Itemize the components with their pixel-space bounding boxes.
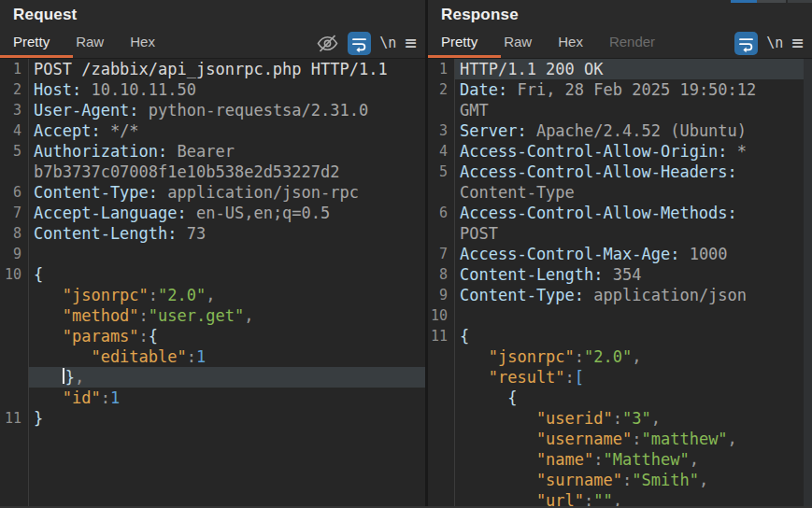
newline-icon[interactable]: \n	[379, 35, 396, 51]
tab-hex[interactable]: Hex	[117, 28, 168, 58]
code-line[interactable]	[28, 244, 425, 264]
line-number: 4	[0, 120, 28, 141]
line-number	[0, 326, 28, 346]
code-line[interactable]: Content-Type: application/json-rpc	[28, 182, 425, 203]
code-line[interactable]: HTTP/1.1 200 OK	[454, 59, 812, 79]
code-line[interactable]: "surname":"Smith",	[454, 470, 812, 490]
code-line[interactable]: Content-Type: application/json	[454, 285, 812, 305]
menu-icon[interactable]: ≡	[405, 34, 417, 52]
line-number: 10	[0, 264, 28, 285]
code-line[interactable]: Server: Apache/2.4.52 (Ubuntu)	[454, 120, 812, 141]
code-row: 1HTTP/1.1 200 OK	[428, 59, 812, 79]
code-row: 10	[428, 305, 812, 326]
code-row: 8Content-Length: 73	[0, 223, 425, 244]
code-row: 2Date: Fri, 28 Feb 2025 19:50:12	[428, 79, 812, 100]
line-number	[428, 223, 454, 244]
code-row: },	[0, 367, 425, 388]
code-line[interactable]: "username":"matthew",	[454, 429, 812, 449]
code-line[interactable]: "jsonrpc":"2.0",	[454, 346, 812, 367]
code-line[interactable]: "editable":1	[28, 346, 425, 367]
tab-pretty[interactable]: Pretty	[428, 28, 491, 58]
code-row: {	[428, 388, 812, 408]
line-number	[0, 388, 28, 408]
code-row: 7Access-Control-Max-Age: 1000	[428, 244, 812, 264]
code-line[interactable]: {	[454, 326, 812, 346]
code-line[interactable]: "method":"user.get",	[28, 305, 425, 326]
response-toolbar: \n≡	[734, 32, 812, 55]
code-row: Content-Type	[428, 182, 812, 203]
code-line[interactable]: Accept: */*	[28, 120, 425, 141]
code-line[interactable]: "name":"Matthew",	[454, 449, 812, 470]
newline-icon[interactable]: \n	[766, 35, 783, 51]
tab-raw[interactable]: Raw	[491, 28, 545, 58]
code-line[interactable]: POST	[454, 223, 812, 244]
response-vertical-scrollbar[interactable]	[804, 59, 812, 508]
tab-render: Render	[596, 28, 668, 58]
menu-icon[interactable]: ≡	[791, 34, 804, 52]
tab-raw[interactable]: Raw	[63, 28, 117, 58]
code-row: 6Access-Control-Allow-Methods:	[428, 203, 812, 223]
code-line[interactable]: Access-Control-Max-Age: 1000	[454, 244, 812, 264]
code-line[interactable]: },	[28, 367, 425, 388]
eye-off-icon[interactable]	[316, 33, 339, 54]
code-line[interactable]: "result":[	[454, 367, 812, 388]
code-line[interactable]: POST /zabbix/api_jsonrpc.php HTTP/1.1	[28, 59, 425, 79]
request-toolbar: \n≡	[316, 32, 425, 55]
wrap-icon[interactable]	[348, 32, 371, 55]
code-line[interactable]: Content-Type	[454, 182, 812, 203]
code-line[interactable]: Access-Control-Allow-Origin: *	[454, 141, 812, 162]
line-number: 11	[0, 408, 28, 429]
code-row: 3User-Agent: python-requestsa/2.31.0	[0, 100, 425, 120]
response-editor[interactable]: 1HTTP/1.1 200 OK2Date: Fri, 28 Feb 2025 …	[428, 58, 812, 508]
code-line[interactable]: Access-Control-Allow-Headers:	[454, 162, 812, 182]
response-gutter-divider	[454, 59, 455, 508]
code-row: "jsonrpc":"2.0",	[0, 285, 425, 305]
code-line[interactable]: }	[28, 408, 425, 429]
code-row: "username":"matthew",	[428, 429, 812, 449]
tab-pretty[interactable]: Pretty	[0, 28, 63, 58]
code-line[interactable]: "userid":"3",	[454, 408, 812, 429]
code-row: "method":"user.get",	[0, 305, 425, 326]
code-row: 11}	[0, 408, 425, 429]
code-row: 10{	[0, 264, 425, 285]
code-row: 5Authorization: Bearer	[0, 141, 425, 162]
code-line[interactable]: Authorization: Bearer	[28, 141, 425, 162]
code-line[interactable]: Accept-Language: en-US,en;q=0.5	[28, 203, 425, 223]
code-line[interactable]: Content-Length: 73	[28, 223, 425, 244]
code-row: 9	[0, 244, 425, 264]
tab-hex[interactable]: Hex	[545, 28, 596, 58]
code-line[interactable]: User-Agent: python-requestsa/2.31.0	[28, 100, 425, 120]
code-line[interactable]: Date: Fri, 28 Feb 2025 19:50:12	[454, 79, 812, 100]
code-line[interactable]: b7b3737c07008f1e10b538e2d53227d2	[28, 162, 425, 182]
line-number: 8	[428, 264, 454, 285]
wrap-icon[interactable]	[734, 32, 758, 55]
response-panel-title: Response	[428, 0, 812, 28]
code-line[interactable]: "params":{	[28, 326, 425, 346]
request-editor[interactable]: 1POST /zabbix/api_jsonrpc.php HTTP/1.12H…	[0, 58, 425, 508]
line-number: 2	[0, 79, 28, 100]
cutoff-toolbar-sliver-gray1	[757, 0, 786, 3]
code-row: 6Content-Type: application/json-rpc	[0, 182, 425, 203]
code-line[interactable]: {	[28, 264, 425, 285]
code-line[interactable]: Content-Length: 354	[454, 264, 812, 285]
line-number: 3	[0, 100, 28, 120]
request-tabbar: PrettyRawHex\n≡	[0, 28, 425, 58]
code-line[interactable]: {	[454, 388, 812, 408]
line-number: 7	[428, 244, 454, 264]
line-number	[428, 429, 454, 449]
code-line[interactable]: "id":1	[28, 388, 425, 408]
code-line[interactable]: Access-Control-Allow-Methods:	[454, 203, 812, 223]
code-row: "jsonrpc":"2.0",	[428, 346, 812, 367]
code-line[interactable]: Host: 10.10.11.50	[28, 79, 425, 100]
line-number: 8	[0, 223, 28, 244]
panel-divider[interactable]	[425, 0, 428, 508]
line-number: 1	[0, 59, 28, 79]
code-line[interactable]: "jsonrpc":"2.0",	[28, 285, 425, 305]
code-row: "result":[	[428, 367, 812, 388]
line-number: 7	[0, 203, 28, 223]
line-number	[428, 388, 454, 408]
line-number	[428, 367, 454, 388]
code-row: 9Content-Type: application/json	[428, 285, 812, 305]
code-line[interactable]	[454, 305, 812, 326]
code-line[interactable]: GMT	[454, 100, 812, 120]
